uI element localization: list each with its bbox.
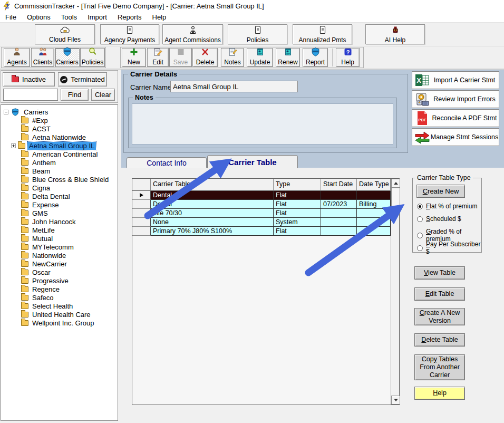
- nav-policies-button[interactable]: Policies: [80, 48, 105, 67]
- tree-item[interactable]: GMS: [1, 209, 118, 217]
- edit-button[interactable]: Edit: [147, 48, 169, 67]
- grid-cell[interactable]: Flat: [274, 209, 321, 218]
- grid-cell[interactable]: [357, 191, 391, 200]
- tab-contact-info[interactable]: Contact Info: [127, 157, 207, 168]
- notes-button[interactable]: Notes: [221, 48, 244, 67]
- grid-cell[interactable]: Flat: [274, 227, 321, 236]
- nav-carriers-button[interactable]: Carriers: [55, 48, 80, 67]
- tree-item[interactable]: Blue Cross & Blue Shield: [1, 175, 118, 184]
- grid-row[interactable]: Life 70/30 Flat: [132, 209, 391, 218]
- tree-item[interactable]: United Health Care: [1, 310, 118, 319]
- notes-field[interactable]: [132, 103, 393, 145]
- grid-cell[interactable]: System: [274, 218, 321, 227]
- update-button[interactable]: Update: [247, 48, 273, 67]
- tree-item[interactable]: #Exp: [1, 116, 118, 124]
- policies-top-button[interactable]: Policies: [228, 24, 287, 44]
- annualized-pmts-button[interactable]: Annualized Pmts: [293, 24, 352, 44]
- tree-item[interactable]: Beam: [1, 167, 118, 175]
- search-input[interactable]: [3, 89, 58, 101]
- row-selector-cell[interactable]: [132, 209, 151, 218]
- tree-item[interactable]: Oscar: [1, 268, 118, 276]
- tree-item[interactable]: MYTelecomm: [1, 243, 118, 251]
- grid-row[interactable]: None System: [132, 218, 391, 227]
- grid-cell[interactable]: Primary 70% J80% S100%: [151, 227, 274, 236]
- menu-import[interactable]: Import: [82, 12, 112, 22]
- grid-cell[interactable]: Flat: [274, 191, 321, 200]
- grid-header-date-type[interactable]: Date Type: [357, 179, 391, 191]
- edit-table-button[interactable]: Edit Table: [414, 287, 465, 301]
- nav-clients-button[interactable]: Clients: [31, 48, 54, 67]
- grid-cell[interactable]: [357, 227, 391, 236]
- copy-tables-button[interactable]: Copy Tables From Another Carrier: [414, 354, 465, 380]
- grid-cell[interactable]: [357, 209, 391, 218]
- grid-cell[interactable]: Flat: [274, 200, 321, 209]
- menu-tools[interactable]: Tools: [56, 12, 82, 22]
- tree-item[interactable]: NewCarrier: [1, 259, 118, 268]
- tree-item[interactable]: Aetna Nationwide: [1, 133, 118, 141]
- grid-row[interactable]: Dental Flat 07/2023 Billing: [132, 200, 391, 209]
- agent-commissions-button[interactable]: Agent Commissions: [162, 24, 223, 44]
- grid-cell[interactable]: [321, 191, 357, 200]
- row-selector-cell[interactable]: [132, 200, 151, 209]
- create-new-button[interactable]: Create New: [416, 185, 465, 198]
- save-button[interactable]: Save: [169, 48, 192, 67]
- create-new-version-button[interactable]: Create A New Version: [414, 308, 465, 325]
- tree-item[interactable]: Safeco: [1, 293, 118, 302]
- menu-options[interactable]: Options: [22, 12, 56, 22]
- carrier-name-field[interactable]: [170, 81, 298, 92]
- clear-button[interactable]: Clear: [91, 89, 115, 101]
- reconcile-pdf-stmt-button[interactable]: PDF Reconcile A PDF Stmt: [412, 109, 499, 127]
- grid-header-type[interactable]: Type: [274, 179, 321, 191]
- review-import-errors-button[interactable]: Review Import Errors: [412, 90, 499, 108]
- tree-item[interactable]: Nationwide: [1, 251, 118, 259]
- inactive-toggle-button[interactable]: Inactive: [3, 72, 55, 86]
- tree-item[interactable]: Expense: [1, 200, 118, 209]
- tree-item[interactable]: Cigna: [1, 184, 118, 192]
- expand-icon[interactable]: [11, 143, 16, 148]
- menu-reports[interactable]: Reports: [112, 12, 147, 22]
- delete-table-button[interactable]: Delete Table: [414, 333, 465, 347]
- grid-cell[interactable]: Billing: [357, 200, 391, 209]
- radio-flat-percent[interactable]: Flat % of premium: [417, 203, 477, 210]
- grid-cell[interactable]: 07/2023: [321, 200, 357, 209]
- report-button[interactable]: Report: [303, 48, 328, 67]
- view-table-button[interactable]: View Table: [414, 266, 465, 280]
- grid-row-selected[interactable]: Dental Flat: [132, 191, 391, 200]
- tree-item[interactable]: Progressive: [1, 276, 118, 285]
- grid-header-carrier-table[interactable]: Carrier Table: [151, 179, 274, 191]
- renew-button[interactable]: Renew: [276, 48, 300, 67]
- tree-root-carriers[interactable]: Carriers: [1, 108, 118, 116]
- grid-cell[interactable]: [321, 209, 357, 218]
- new-button[interactable]: New: [122, 48, 146, 67]
- find-button[interactable]: Find: [61, 89, 89, 101]
- tree-item[interactable]: Wellpoint Inc. Group: [1, 319, 118, 327]
- agency-payments-button[interactable]: Agency Payments: [100, 24, 159, 44]
- terminated-toggle-button[interactable]: Terminated: [58, 72, 107, 86]
- tree-item[interactable]: ACST: [1, 124, 118, 133]
- tree-item[interactable]: John Hancock: [1, 217, 118, 226]
- scroll-up-button[interactable]: [391, 179, 400, 188]
- ai-help-button[interactable]: AI Help: [365, 24, 425, 44]
- nav-agents-button[interactable]: Agents: [4, 48, 30, 67]
- row-selector-cell[interactable]: [132, 227, 151, 236]
- manage-stmt-sessions-button[interactable]: Manage Stmt Sessions: [412, 128, 499, 146]
- help-toolbar-button[interactable]: ? Help: [336, 48, 360, 67]
- grid-header-start-date[interactable]: Start Date: [321, 179, 357, 191]
- delete-button[interactable]: Delete: [192, 48, 218, 67]
- grid-cell[interactable]: None: [151, 218, 274, 227]
- tree-item-selected[interactable]: Aetna Small Group IL: [1, 141, 118, 150]
- grid-cell[interactable]: [357, 218, 391, 227]
- import-carrier-stmt-button[interactable]: X Import A Carrier Stmt: [412, 71, 499, 89]
- row-selector-cell[interactable]: [132, 218, 151, 227]
- tree-item[interactable]: MetLife: [1, 226, 118, 234]
- tree-item[interactable]: Select Health: [1, 302, 118, 310]
- grid-row[interactable]: Primary 70% J80% S100% Flat: [132, 227, 391, 236]
- menu-file[interactable]: File: [0, 12, 22, 22]
- radio-scheduled[interactable]: Scheduled $: [417, 215, 461, 223]
- grid-cell[interactable]: [321, 218, 357, 227]
- tree-item[interactable]: American Continental: [1, 150, 118, 158]
- tree-item[interactable]: Delta Dental: [1, 192, 118, 200]
- scrollbar-thumb[interactable]: [391, 188, 400, 214]
- help-panel-button[interactable]: Help: [414, 387, 465, 400]
- tab-carrier-table[interactable]: Carrier Table: [207, 155, 298, 168]
